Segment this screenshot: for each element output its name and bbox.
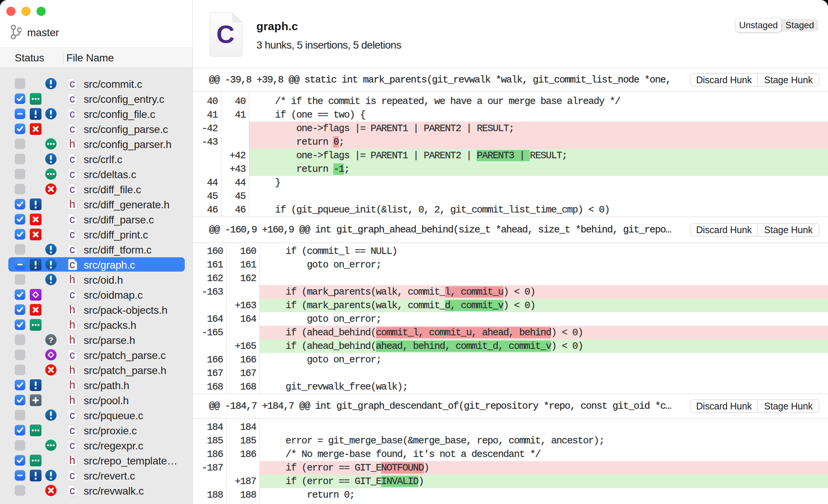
svg-text:c: c	[69, 183, 75, 195]
svg-text:c: c	[69, 229, 75, 240]
svg-text:c: c	[69, 153, 75, 165]
svg-text:C: C	[216, 20, 235, 48]
svg-text:?: ?	[49, 336, 54, 344]
svg-text:c: c	[69, 409, 75, 421]
svg-text:c: c	[69, 214, 75, 225]
svg-text:h: h	[69, 364, 75, 376]
svg-text:h: h	[69, 199, 75, 210]
svg-text:c: c	[69, 349, 75, 360]
svg-text:c: c	[69, 440, 75, 451]
svg-text:h: h	[69, 274, 75, 285]
svg-text:c: c	[69, 485, 75, 496]
svg-text:c: c	[69, 168, 75, 180]
svg-text:c: c	[69, 123, 75, 134]
svg-text:c: c	[69, 470, 75, 481]
svg-text:c: c	[69, 244, 75, 255]
svg-text:c: c	[69, 289, 75, 300]
svg-text:c: c	[69, 425, 75, 436]
svg-text:c: c	[69, 78, 75, 89]
svg-text:h: h	[69, 394, 75, 406]
svg-text:c: c	[69, 108, 75, 119]
svg-text:c: c	[69, 259, 75, 270]
svg-text:h: h	[69, 334, 75, 345]
svg-text:h: h	[69, 379, 75, 391]
svg-text:h: h	[69, 455, 75, 466]
svg-text:c: c	[69, 93, 75, 104]
svg-text:h: h	[69, 319, 75, 330]
svg-text:h: h	[69, 138, 75, 150]
svg-text:h: h	[69, 304, 75, 315]
